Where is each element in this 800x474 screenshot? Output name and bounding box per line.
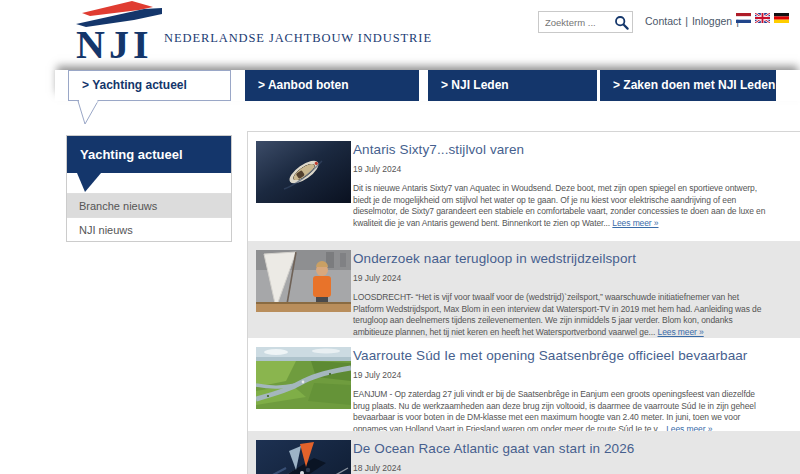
language-switcher	[736, 13, 789, 23]
sidebar-item-nji-nieuws[interactable]: NJI nieuws	[67, 217, 231, 241]
header-links: Contact|Inloggen|	[645, 15, 743, 27]
login-link[interactable]: Inloggen	[692, 15, 732, 27]
logo-acronym: NJI	[76, 22, 152, 63]
article-date: 18 July 2024	[353, 463, 767, 473]
news-list: Antaris Sixty7...stijlvol varen 19 July …	[247, 131, 800, 474]
company-name: NEDERLANDSE JACHTBOUW INDUSTRIE	[164, 31, 432, 46]
news-article: Onderzoek naar terugloop in wedstrijdzei…	[248, 241, 800, 338]
news-article: Antaris Sixty7...stijlvol varen 19 July …	[248, 132, 800, 241]
tab-zaken-doen-met-nji-leden[interactable]: > Zaken doen met NJI Leden	[600, 70, 776, 101]
contact-link[interactable]: Contact	[645, 15, 681, 27]
sidebar: Yachting actueel Branche nieuws NJI nieu…	[66, 135, 232, 242]
article-title[interactable]: De Ocean Race Atlantic gaat van start in…	[353, 441, 634, 456]
read-more-link[interactable]: Lees meer »	[666, 424, 712, 432]
nji-logo[interactable]: NJI	[76, 0, 162, 63]
article-date: 19 July 2024	[353, 273, 767, 283]
british-flag-icon[interactable]	[755, 13, 770, 23]
article-thumbnail-race-sailboat-icon[interactable]	[256, 440, 351, 474]
article-thumbnail-fields-aerial-icon[interactable]	[256, 347, 351, 409]
article-title[interactable]: Vaarroute Súd Ie met opening Saatsenbrêg…	[353, 348, 747, 363]
article-excerpt: LOOSDRECHT- “Het is vijf voor twaalf voo…	[353, 292, 767, 338]
article-thumbnail-child-sailboat-icon[interactable]	[256, 250, 351, 312]
active-tab-pointer	[77, 100, 103, 125]
news-article: Vaarroute Súd Ie met opening Saatsenbrêg…	[248, 338, 800, 431]
sidebar-item-branche-nieuws[interactable]: Branche nieuws	[67, 193, 231, 217]
sidebar-title-pointer	[77, 173, 107, 193]
tab-aanbod-boten[interactable]: > Aanbod boten	[245, 70, 419, 101]
article-date: 19 July 2024	[353, 164, 767, 174]
article-title[interactable]: Antaris Sixty7...stijlvol varen	[353, 142, 524, 157]
german-flag-icon[interactable]	[774, 13, 789, 23]
search-icon[interactable]	[614, 15, 629, 30]
tab-yachting-actueel[interactable]: > Yachting actueel	[68, 70, 231, 101]
link-separator: |	[685, 15, 688, 27]
article-title[interactable]: Onderzoek naar terugloop in wedstrijdzei…	[353, 251, 636, 266]
tab-nji-leden[interactable]: > NJI Leden	[428, 70, 597, 101]
article-excerpt: EANJUM - Op zaterdag 27 juli vindt er bi…	[353, 389, 767, 431]
dutch-flag-icon[interactable]	[736, 13, 751, 23]
news-article: De Ocean Race Atlantic gaat van start in…	[248, 431, 800, 474]
sidebar-title: Yachting actueel	[67, 136, 231, 173]
boat-logo-icon: NJI	[76, 0, 162, 63]
read-more-link[interactable]: Lees meer »	[658, 327, 704, 337]
article-thumbnail-boat-aerial-icon[interactable]	[256, 141, 351, 203]
article-excerpt-text: Dit is nieuwe Antaris Sixty7 van Aquatec…	[353, 183, 765, 228]
search-box	[538, 11, 633, 33]
search-input[interactable]	[539, 13, 611, 33]
article-excerpt: Dit is nieuwe Antaris Sixty7 van Aquatec…	[353, 183, 767, 229]
read-more-link[interactable]: Lees meer »	[612, 218, 658, 228]
article-date: 19 July 2024	[353, 370, 767, 380]
